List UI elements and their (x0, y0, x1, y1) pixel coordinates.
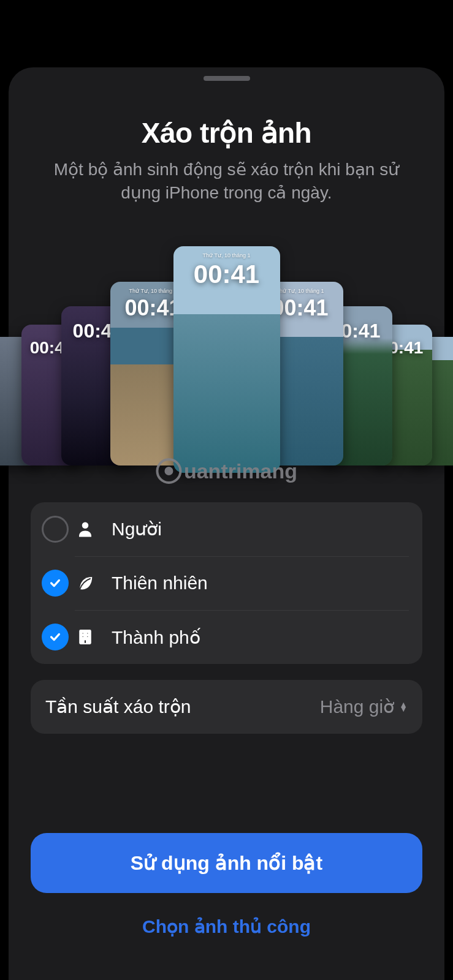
watermark: uantrimang (156, 458, 297, 484)
svg-rect-2 (82, 633, 84, 635)
wallpaper-preview-card-center[interactable]: Thứ Tư, 10 tháng 1 00:41 (173, 246, 280, 473)
building-icon (75, 628, 96, 646)
person-icon (75, 520, 96, 538)
choose-manually-link[interactable]: Chọn ảnh thủ công (9, 916, 444, 937)
svg-point-0 (82, 522, 89, 529)
watermark-text: uantrimang (184, 459, 297, 483)
category-label: Thành phố (112, 627, 200, 648)
category-label: Người (112, 518, 162, 540)
frequency-row[interactable]: Tần suất xáo trộn Hàng giờ ▲▼ (31, 680, 422, 734)
checkbox-checked-icon[interactable] (42, 624, 69, 650)
shuffle-photos-sheet: Xáo trộn ảnh Một bộ ảnh sinh động sẽ xáo… (9, 67, 444, 980)
page-title: Xáo trộn ảnh (9, 116, 444, 149)
leaf-icon (75, 574, 96, 592)
category-label: Thiên nhiên (112, 573, 208, 594)
frequency-value[interactable]: Hàng giờ ▲▼ (320, 696, 408, 717)
svg-rect-3 (86, 633, 88, 635)
watermark-q-icon (156, 458, 181, 484)
category-options-card: Người Thiên nhiên Thành phố (31, 502, 422, 664)
category-row-city[interactable]: Thành phố (31, 610, 422, 664)
preview-time: 00:41 (173, 260, 280, 289)
sheet-grabber[interactable] (204, 76, 250, 81)
checkbox-unchecked-icon[interactable] (42, 516, 69, 543)
category-row-nature[interactable]: Thiên nhiên (31, 556, 422, 610)
checkbox-checked-icon[interactable] (42, 570, 69, 597)
use-featured-photos-button[interactable]: Sử dụng ảnh nổi bật (31, 833, 422, 893)
svg-rect-4 (82, 636, 84, 638)
page-subtitle: Một bộ ảnh sinh động sẽ xáo trộn khi bạn… (33, 158, 420, 205)
updown-chevron-icon: ▲▼ (399, 703, 408, 711)
wallpaper-carousel[interactable]: 00:41 00:41 Thứ Tư, 10 tháng 1 00:41 Thứ… (9, 222, 444, 479)
frequency-label: Tần suất xáo trộn (45, 696, 191, 717)
svg-rect-6 (84, 639, 86, 644)
preview-date: Thứ Tư, 10 tháng 1 (173, 252, 280, 258)
svg-rect-5 (86, 636, 88, 638)
category-row-people[interactable]: Người (31, 502, 422, 556)
